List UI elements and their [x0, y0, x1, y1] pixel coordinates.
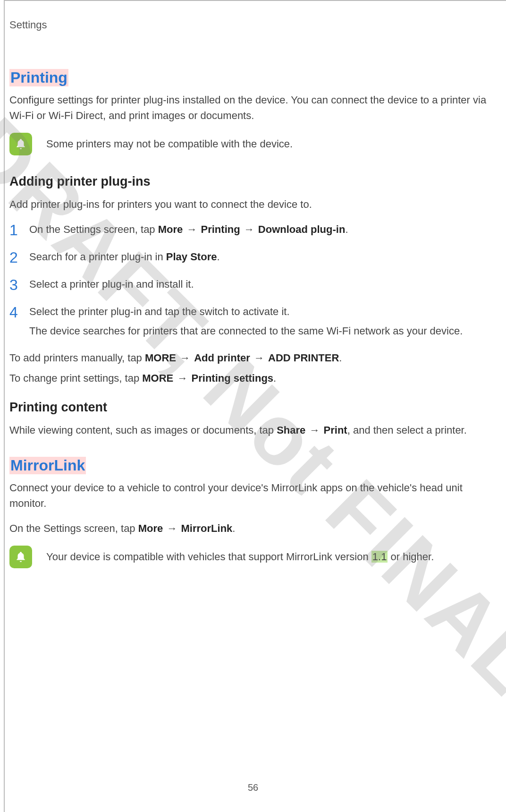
step-4: 4 Select the printer plug-in and tap the…	[9, 304, 497, 339]
text: or higher.	[388, 551, 434, 563]
arrow-icon: →	[173, 372, 191, 384]
bold-more: MORE	[142, 372, 173, 384]
arrow-icon: →	[305, 424, 323, 436]
arrow-icon: →	[250, 352, 268, 364]
text: Search for a printer plug-in in	[29, 251, 166, 263]
bold-mirrorlink: MirrorLink	[181, 522, 233, 534]
bold-share: Share	[277, 424, 305, 436]
text: On the Settings screen, tap	[9, 522, 138, 534]
step-number: 3	[9, 276, 29, 292]
text: .	[217, 251, 219, 263]
mirrorlink-intro: Connect your device to a vehicle to cont…	[9, 480, 497, 511]
step-1: 1 On the Settings screen, tap More → Pri…	[9, 222, 497, 238]
arrow-icon: →	[176, 352, 194, 364]
section-mirrorlink: MirrorLink Connect your device to a vehi…	[9, 457, 497, 568]
mirrorlink-note: Your device is compatible with vehicles …	[9, 546, 497, 568]
step-body: Select the printer plug-in and tap the s…	[29, 304, 463, 339]
change-settings-text: To change print settings, tap MORE → Pri…	[9, 370, 497, 386]
bold-more: More	[138, 522, 163, 534]
top-border	[4, 0, 506, 1]
arrow-icon: →	[183, 223, 201, 235]
mirrorlink-title: MirrorLink	[9, 457, 86, 474]
bold-printing: Printing	[201, 223, 240, 235]
step-2: 2 Search for a printer plug-in in Play S…	[9, 249, 497, 265]
printing-content-text: While viewing content, such as images or…	[9, 422, 497, 438]
bold-more: More	[158, 223, 183, 235]
step-body: Select a printer plug-in and install it.	[29, 276, 194, 292]
mirrorlink-nav: On the Settings screen, tap More → Mirro…	[9, 521, 497, 536]
step-number: 4	[9, 304, 29, 320]
text: To add printers manually, tap	[9, 352, 145, 364]
text: On the Settings screen, tap	[29, 223, 158, 235]
manual-add-text: To add printers manually, tap MORE → Add…	[9, 350, 497, 366]
page-number: 56	[0, 782, 506, 793]
step-note: The device searches for printers that ar…	[29, 323, 463, 339]
step-3: 3 Select a printer plug-in and install i…	[9, 276, 497, 292]
printing-content-heading: Printing content	[9, 400, 497, 415]
step-number: 2	[9, 249, 29, 265]
step-body: On the Settings screen, tap More → Print…	[29, 222, 348, 237]
arrow-icon: →	[163, 522, 181, 534]
text: , and then select a printer.	[347, 424, 467, 436]
version-highlight: 1.1	[371, 551, 388, 563]
text: .	[339, 352, 342, 364]
printing-intro: Configure settings for printer plug-ins …	[9, 92, 497, 123]
left-border	[4, 0, 5, 812]
page: Settings DRAFT, Not FINAL Printing Confi…	[0, 0, 506, 812]
bold-add-printer-caps: ADD PRINTER	[268, 352, 339, 364]
printing-note-text: Some printers may not be compatible with…	[46, 137, 293, 152]
page-header: Settings	[9, 19, 497, 31]
printing-title: Printing	[9, 69, 68, 86]
text: While viewing content, such as images or…	[9, 424, 277, 436]
section-printing: Printing Configure settings for printer …	[9, 69, 497, 438]
text: Select the printer plug-in and tap the s…	[29, 306, 290, 317]
adding-plugins-heading: Adding printer plug-ins	[9, 174, 497, 189]
bold-download: Download plug-in	[258, 223, 346, 235]
text: Your device is compatible with vehicles …	[46, 551, 371, 563]
bold-print: Print	[324, 424, 347, 436]
bold-add-printer: Add printer	[194, 352, 250, 364]
bold-printing-settings: Printing settings	[192, 372, 274, 384]
text: .	[273, 372, 276, 384]
text: .	[345, 223, 348, 235]
bold-playstore: Play Store	[166, 251, 217, 263]
printing-note: Some printers may not be compatible with…	[9, 133, 497, 155]
step-number: 1	[9, 222, 29, 238]
bell-icon	[9, 133, 32, 155]
adding-plugins-intro: Add printer plug-ins for printers you wa…	[9, 197, 497, 212]
mirrorlink-note-text: Your device is compatible with vehicles …	[46, 550, 434, 564]
bell-icon	[9, 546, 32, 568]
bold-more: MORE	[145, 352, 176, 364]
text: To change print settings, tap	[9, 372, 142, 384]
arrow-icon: →	[240, 223, 258, 235]
text: .	[232, 522, 235, 534]
step-body: Search for a printer plug-in in Play Sto…	[29, 249, 220, 265]
